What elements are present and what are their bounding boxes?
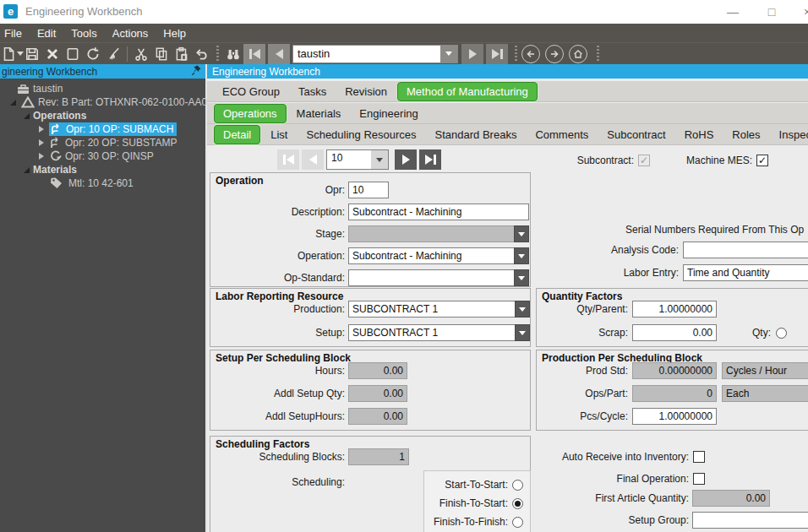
cut-button[interactable]: [131, 44, 151, 64]
record-previous-button[interactable]: [302, 149, 324, 170]
toolbar-grip[interactable]: [216, 46, 219, 62]
tab-roles[interactable]: Roles: [723, 126, 768, 144]
record-first-button[interactable]: [277, 149, 299, 170]
clean-button[interactable]: [103, 44, 123, 64]
operation-dropdown[interactable]: Subcontract - Machining: [348, 247, 529, 264]
tab-eco-group[interactable]: ECO Group: [214, 83, 288, 100]
setup-dropdown[interactable]: SUBCONTRACT 1: [348, 324, 530, 341]
toolbar-grip-3[interactable]: [597, 46, 599, 62]
find-button[interactable]: [223, 44, 243, 64]
pcs-cycle-field[interactable]: 1.00000000: [632, 408, 717, 425]
toolbar-next-record-button[interactable]: [461, 44, 483, 64]
setup-group-field[interactable]: [692, 512, 808, 529]
minimize-button[interactable]: —: [720, 3, 745, 20]
record-last-button[interactable]: [419, 149, 441, 170]
expander-open-icon[interactable]: [24, 113, 30, 119]
production-dropdown[interactable]: SUBCONTRACT 1: [348, 301, 530, 318]
toolbar-grip-2[interactable]: [515, 46, 517, 62]
menu-tools[interactable]: Tools: [63, 27, 104, 40]
expander-open-icon[interactable]: [10, 100, 16, 106]
tree-item-group[interactable]: taustin: [0, 82, 205, 95]
new-button[interactable]: [2, 44, 22, 64]
tree-item-opr30[interactable]: Opr: 30 OP: QINSP: [0, 149, 205, 163]
production-field[interactable]: SUBCONTRACT 1: [348, 301, 515, 318]
toolbar-last-record-button[interactable]: [486, 44, 508, 64]
tree-item-label[interactable]: Rev: B Part: OTHXNR-062-0100-AA02: [38, 96, 213, 108]
tree-item-opr20[interactable]: Opr: 20 OP: SUBSTAMP: [0, 136, 205, 149]
tree-item-label[interactable]: taustin: [33, 83, 63, 95]
tab-standard-breaks[interactable]: Standard Breaks: [427, 126, 526, 144]
pin-icon[interactable]: [192, 65, 201, 79]
tab-rohs[interactable]: RoHS: [676, 126, 723, 144]
record-combo-dropdown-button[interactable]: [371, 150, 388, 169]
maximize-button[interactable]: □: [759, 3, 784, 20]
tab-detail[interactable]: Detail: [214, 125, 260, 144]
tab-materials[interactable]: Materials: [288, 105, 350, 122]
tree-item-label[interactable]: Opr: 20 OP: SUBSTAMP: [65, 137, 177, 149]
operation-dropdown-button[interactable]: [514, 247, 529, 264]
save-button[interactable]: [22, 44, 42, 64]
tree-item-label[interactable]: Opr: 10 OP: SUBMACH: [66, 123, 173, 135]
copy-button[interactable]: [151, 44, 172, 64]
tab-engineering[interactable]: Engineering: [351, 105, 426, 122]
menu-help[interactable]: Help: [156, 27, 194, 40]
op-standard-field[interactable]: [348, 269, 514, 286]
tab-inspection[interactable]: Inspection: [771, 126, 808, 144]
qty-parent-field[interactable]: 1.00000000: [632, 301, 717, 318]
labor-entry-field[interactable]: Time and Quantity: [683, 264, 808, 281]
record-combo-value[interactable]: 10: [327, 150, 371, 169]
setup-field[interactable]: SUBCONTRACT 1: [348, 324, 515, 341]
back-button[interactable]: [521, 45, 540, 63]
record-combo[interactable]: 10: [326, 149, 389, 170]
expander-closed-icon[interactable]: [39, 139, 44, 146]
tree-item-label[interactable]: Materials: [33, 164, 77, 176]
tab-revision[interactable]: Revision: [336, 83, 396, 100]
tab-list[interactable]: List: [262, 126, 296, 144]
qty-radio[interactable]: [776, 328, 787, 339]
tab-comments[interactable]: Comments: [527, 126, 597, 144]
op-standard-dropdown-button[interactable]: [514, 269, 529, 286]
auto-receive-checkbox[interactable]: [693, 451, 705, 463]
tree-item-label[interactable]: Operations: [33, 110, 86, 122]
tree-item-operations[interactable]: Operations: [0, 109, 205, 122]
tab-scheduling-resources[interactable]: Scheduling Resources: [298, 126, 424, 144]
tree-item-revision[interactable]: Rev: B Part: OTHXNR-062-0100-AA02: [0, 95, 205, 109]
tab-subcontract[interactable]: Subcontract: [598, 126, 674, 144]
scrap-field[interactable]: 0.00: [632, 324, 717, 341]
delete-button[interactable]: [42, 44, 63, 64]
tree-item-label[interactable]: Opr: 30 OP: QINSP: [65, 150, 154, 162]
search-combo-dropdown-button[interactable]: [440, 46, 457, 62]
operation-field[interactable]: Subcontract - Machining: [348, 247, 514, 264]
op-standard-dropdown[interactable]: [348, 269, 529, 286]
production-dropdown-button[interactable]: [515, 301, 530, 318]
expander-closed-icon[interactable]: [39, 153, 44, 160]
toolbar-previous-record-button[interactable]: [268, 44, 290, 64]
final-operation-checkbox[interactable]: [693, 473, 705, 485]
tree-item-label[interactable]: Mtl: 10 42-601: [68, 177, 134, 189]
toolbar-first-record-button[interactable]: [243, 44, 265, 64]
tab-operations[interactable]: Operations: [214, 104, 287, 123]
refresh-button[interactable]: [83, 44, 103, 64]
tree-item-mtl10[interactable]: Mtl: 10 42-601: [0, 176, 205, 190]
menu-actions[interactable]: Actions: [105, 27, 156, 40]
analysis-code-field[interactable]: [683, 242, 808, 258]
tree-item-materials[interactable]: Materials: [0, 163, 205, 176]
ops-part-unit-field[interactable]: Each: [722, 385, 808, 402]
expander-closed-icon[interactable]: [39, 126, 44, 133]
close-button[interactable]: ×: [794, 3, 808, 20]
record-next-button[interactable]: [395, 149, 417, 170]
menu-edit[interactable]: Edit: [30, 27, 63, 40]
home-button[interactable]: [569, 45, 587, 63]
undo-button[interactable]: [192, 44, 212, 64]
clear-button[interactable]: [63, 44, 83, 64]
description-field[interactable]: Subcontract - Machining: [348, 204, 529, 220]
prod-std-unit-field[interactable]: Cycles / Hour: [722, 362, 808, 379]
tab-method-of-manufacturing[interactable]: Method of Manufacturing: [397, 82, 538, 101]
tree-item-opr10[interactable]: Opr: 10 OP: SUBMACH: [0, 122, 205, 136]
tab-tasks[interactable]: Tasks: [290, 83, 335, 100]
expander-open-icon[interactable]: [24, 167, 30, 173]
opr-field[interactable]: 10: [348, 182, 389, 198]
setup-dropdown-button[interactable]: [515, 324, 530, 341]
search-combo-value[interactable]: taustin: [293, 46, 440, 62]
selected-tree-node[interactable]: Opr: 10 OP: SUBMACH: [49, 122, 177, 136]
